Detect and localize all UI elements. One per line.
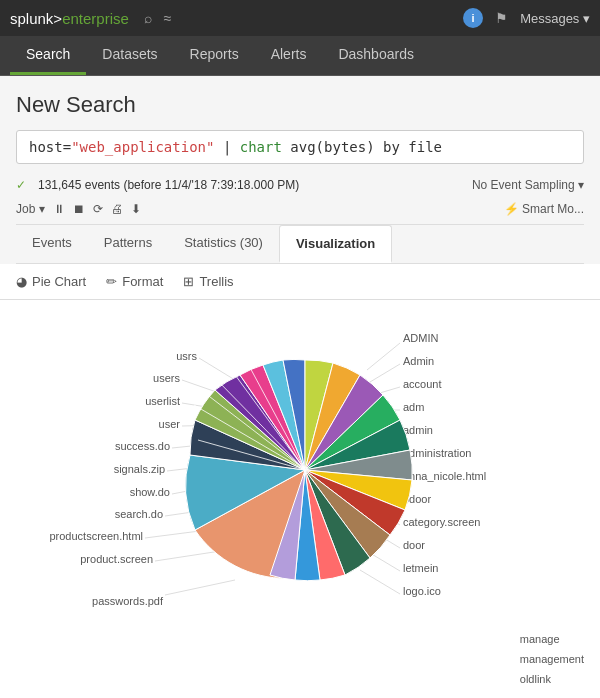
svg-text:search.do: search.do <box>115 508 163 520</box>
svg-text:Admin: Admin <box>403 355 434 367</box>
job-bar: Job ▾ ⏸ ⏹ ⟳ 🖨 ⬇ ⚡ Smart Mo... <box>16 198 584 225</box>
label-management: management <box>520 650 584 670</box>
svg-text:users: users <box>153 372 180 384</box>
pencil-icon: ✏ <box>106 274 117 289</box>
event-count: 131,645 events (before 11/4/'18 7:39:18.… <box>38 178 299 192</box>
content-tabs: Events Patterns Statistics (30) Visualiz… <box>16 225 584 264</box>
page-title: New Search <box>16 92 584 118</box>
event-bar: ✓ 131,645 events (before 11/4/'18 7:39:1… <box>16 172 584 198</box>
svg-text:passwords.pdf: passwords.pdf <box>92 595 164 607</box>
svg-line-23 <box>367 343 400 370</box>
trellis-label: Trellis <box>199 274 233 289</box>
trellis-button[interactable]: ⊞ Trellis <box>183 274 233 289</box>
extra-labels: manage management oldlink <box>0 630 600 698</box>
svg-text:user: user <box>159 418 181 430</box>
svg-text:letmein: letmein <box>403 562 438 574</box>
page-content: New Search host="web_application" | char… <box>0 76 600 264</box>
svg-line-1 <box>199 358 235 380</box>
svg-text:logo.ico: logo.ico <box>403 585 441 597</box>
svg-text:success.do: success.do <box>115 440 170 452</box>
svg-text:administration: administration <box>403 447 471 459</box>
info-icon[interactable]: i <box>463 8 483 28</box>
svg-text:show.do: show.do <box>130 486 170 498</box>
svg-line-25 <box>370 364 400 382</box>
svg-text:usrs: usrs <box>176 350 197 362</box>
format-label: Format <box>122 274 163 289</box>
label-oldlink: oldlink <box>520 670 551 690</box>
stop-button[interactable]: ⏹ <box>73 202 85 216</box>
logo-product: enterprise <box>62 10 129 27</box>
label-manage: manage <box>520 630 560 650</box>
pause-button[interactable]: ⏸ <box>53 202 65 216</box>
pie-chart-container: usrs users userlist user success.do sign… <box>15 310 585 620</box>
top-bar: splunk>enterprise ⌕ ≈ i ⚑ Messages ▾ <box>0 0 600 36</box>
messages-button[interactable]: Messages ▾ <box>520 11 590 26</box>
tab-statistics[interactable]: Statistics (30) <box>168 225 279 263</box>
check-icon: ✓ <box>16 178 26 192</box>
pie-chart-label: Pie Chart <box>32 274 86 289</box>
pie-chart-icon: ◕ <box>16 274 27 289</box>
activity-icon: ≈ <box>164 10 172 26</box>
svg-text:admin: admin <box>403 424 433 436</box>
forward-button[interactable]: ⟳ <box>93 202 103 216</box>
svg-text:ADMIN: ADMIN <box>403 332 439 344</box>
top-bar-icons: ⌕ ≈ <box>144 10 463 26</box>
svg-text:adm: adm <box>403 401 424 413</box>
viz-toolbar: ◕ Pie Chart ✏ Format ⊞ Trellis <box>0 264 600 300</box>
tab-patterns[interactable]: Patterns <box>88 225 168 263</box>
tab-events[interactable]: Events <box>16 225 88 263</box>
tab-visualization[interactable]: Visualization <box>279 225 392 263</box>
search-input-container[interactable]: host="web_application" | chart avg(bytes… <box>16 130 584 164</box>
svg-text:anna_nicole.html: anna_nicole.html <box>403 470 486 482</box>
nav-tab-datasets[interactable]: Datasets <box>86 36 173 75</box>
nav-tab-search[interactable]: Search <box>10 36 86 75</box>
job-button[interactable]: Job ▾ <box>16 202 45 216</box>
trellis-icon: ⊞ <box>183 274 194 289</box>
smart-mode-button[interactable]: ⚡ Smart Mo... <box>504 202 584 216</box>
svg-line-21 <box>165 580 235 595</box>
download-button[interactable]: ⬇ <box>131 202 141 216</box>
format-button[interactable]: ✏ Format <box>106 274 163 289</box>
search-query: host="web_application" | chart avg(bytes… <box>29 139 442 155</box>
svg-text:productscreen.html: productscreen.html <box>49 530 143 542</box>
search-icon: ⌕ <box>144 10 152 26</box>
svg-text:userlist: userlist <box>145 395 180 407</box>
flag-icon: ⚑ <box>495 10 508 26</box>
svg-text:product.screen: product.screen <box>80 553 153 565</box>
nav-tabs: Search Datasets Reports Alerts Dashboard… <box>0 36 600 76</box>
nav-tab-reports[interactable]: Reports <box>174 36 255 75</box>
logo: splunk>enterprise <box>10 10 129 27</box>
svg-text:account: account <box>403 378 442 390</box>
pie-chart-svg: usrs users userlist user success.do sign… <box>15 310 585 620</box>
top-bar-right: i ⚑ Messages ▾ <box>463 8 590 28</box>
nav-tab-dashboards[interactable]: Dashboards <box>322 36 430 75</box>
pie-chart-button[interactable]: ◕ Pie Chart <box>16 274 86 289</box>
print-button[interactable]: 🖨 <box>111 202 123 216</box>
svg-line-45 <box>360 570 400 594</box>
logo-brand: splunk> <box>10 10 62 27</box>
svg-text:signals.zip: signals.zip <box>114 463 165 475</box>
svg-text:door: door <box>403 539 425 551</box>
job-actions: ⏸ ⏹ ⟳ 🖨 ⬇ <box>53 202 141 216</box>
no-sampling-button[interactable]: No Event Sampling ▾ <box>472 178 584 192</box>
chart-area: usrs users userlist user success.do sign… <box>0 300 600 630</box>
nav-tab-alerts[interactable]: Alerts <box>255 36 323 75</box>
svg-text:category.screen: category.screen <box>403 516 480 528</box>
